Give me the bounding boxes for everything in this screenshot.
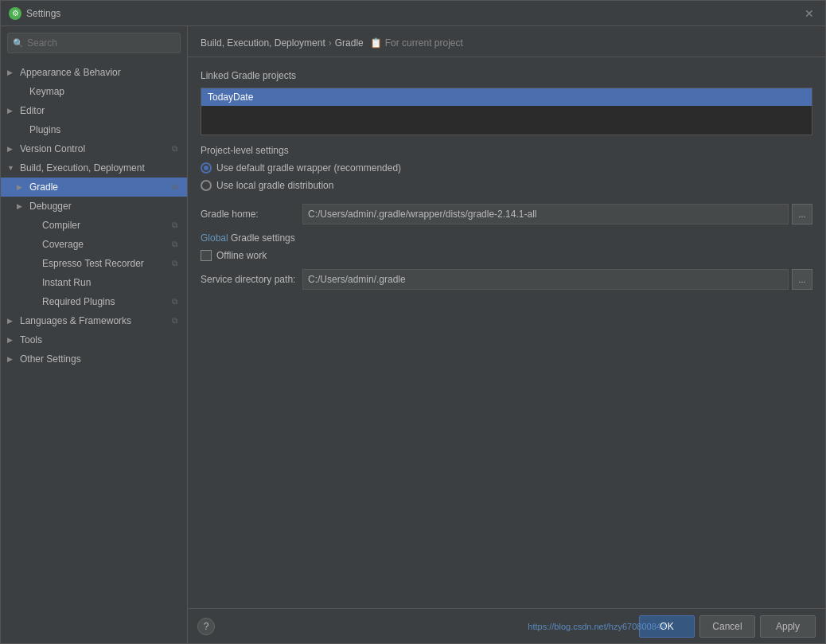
sidebar-item-label: Debugger [29,201,181,212]
sidebar-item-label: Build, Execution, Deployment [20,162,181,174]
sidebar-item-gradle[interactable]: ▶ Gradle ⧉ [1,178,187,197]
main-content: Build, Execution, Deployment › Gradle 📋 … [188,26,825,643]
global-section-title: Global Gradle settings [201,232,812,244]
close-button[interactable]: ✕ [801,6,817,21]
sidebar-item-label: Editor [20,105,181,116]
sidebar-item-instant-run[interactable]: Instant Run [1,273,187,292]
apply-button[interactable]: Apply [760,615,816,638]
breadcrumb-part1: Build, Execution, Deployment [201,37,325,49]
sidebar-item-label: Other Settings [20,353,181,365]
sidebar-item-label: Espresso Test Recorder [42,258,168,269]
service-dir-input[interactable] [302,269,789,290]
sidebar-item-editor[interactable]: ▶ Editor [1,101,187,120]
radio-btn-default[interactable] [201,162,212,174]
sidebar-item-label: Plugins [29,124,181,135]
settings-panel: Linked Gradle projects TodayDate Project… [188,57,825,608]
radio-btn-local[interactable] [201,180,212,191]
breadcrumb-note: 📋 For current project [370,37,463,49]
arrow-icon: ▶ [7,317,20,325]
main-layout: 🔍 ▶ Appearance & Behavior Keymap ▶ Edito… [1,26,825,643]
radio-item-local[interactable]: Use local gradle distribution [201,180,812,191]
project-level-settings: Project-level settings Use default gradl… [201,145,812,191]
sidebar-item-label: Version Control [20,143,168,154]
breadcrumb-separator: › [329,37,332,49]
search-input[interactable] [27,37,175,49]
copy-icon: ⧉ [168,314,181,327]
sidebar-item-plugins[interactable]: Plugins [1,120,187,139]
sidebar-item-espresso[interactable]: Espresso Test Recorder ⧉ [1,254,187,273]
sidebar-item-compiler[interactable]: Compiler ⧉ [1,216,187,235]
sidebar-item-label: Appearance & Behavior [20,67,181,78]
sidebar-item-label: Compiler [42,220,168,231]
radio-group: Use default gradle wrapper (recommended)… [201,162,812,191]
bottom-bar: ? https://blog.csdn.net/hzy670800844 OK … [188,608,825,643]
sidebar-item-required-plugins[interactable]: Required Plugins ⧉ [1,292,187,311]
sidebar-item-label: Instant Run [42,277,181,288]
global-section: Global Gradle settings Offline work Serv… [201,232,812,290]
sidebar-item-version-control[interactable]: ▶ Version Control ⧉ [1,139,187,158]
window-title: Settings [26,8,801,19]
arrow-icon: ▶ [7,355,20,363]
global-rest: Gradle settings [228,232,295,244]
linked-project-item[interactable]: TodayDate [201,88,812,106]
gradle-home-browse-btn[interactable]: ... [792,204,812,224]
service-dir-row: Service directory path: ... [201,269,812,290]
cancel-button[interactable]: Cancel [699,615,755,638]
service-dir-input-wrap: ... [302,269,812,290]
gradle-home-label: Gradle home: [201,209,296,220]
sidebar-item-label: Tools [20,334,181,345]
search-box[interactable]: 🔍 [7,33,181,53]
service-dir-label: Service directory path: [201,274,296,285]
offline-work-row[interactable]: Offline work [201,250,812,261]
arrow-icon: ▶ [7,145,20,153]
copy-icon: ⧉ [168,238,181,251]
project-level-title: Project-level settings [201,145,812,156]
offline-work-checkbox[interactable] [201,250,212,261]
arrow-icon: ▶ [17,183,29,191]
sidebar-item-label: Gradle [29,181,168,193]
footer-url: https://blog.csdn.net/hzy670800844 [528,622,666,631]
offline-work-label: Offline work [216,250,267,261]
radio-label-default: Use default gradle wrapper (recommended) [216,162,401,174]
note-icon: 📋 [370,37,382,49]
sidebar-item-label: Required Plugins [42,296,168,307]
arrow-icon: ▶ [7,68,20,76]
settings-window: ⚙ Settings ✕ 🔍 ▶ Appearance & Behavior K… [0,0,826,644]
gradle-home-input-wrap: ... [302,204,812,224]
sidebar-item-label: Coverage [42,239,168,250]
gradle-home-row: Gradle home: ... [201,204,812,224]
copy-icon: ⧉ [168,219,181,232]
sidebar-item-tools[interactable]: ▶ Tools [1,330,187,349]
arrow-icon: ▶ [7,107,20,115]
sidebar-item-debugger[interactable]: ▶ Debugger [1,197,187,216]
copy-icon: ⧉ [168,181,181,193]
arrow-icon: ▼ [7,164,20,172]
breadcrumb-part2: Gradle [335,37,364,49]
sidebar-item-label: Keymap [29,86,181,97]
sidebar-item-languages[interactable]: ▶ Languages & Frameworks ⧉ [1,311,187,330]
copy-icon: ⧉ [168,257,181,270]
copy-icon: ⧉ [168,142,181,155]
nav-tree: ▶ Appearance & Behavior Keymap ▶ Editor … [1,60,187,643]
bottom-left: ? [197,618,215,635]
radio-label-local: Use local gradle distribution [216,180,333,191]
sidebar-item-coverage[interactable]: Coverage ⧉ [1,235,187,254]
arrow-icon: ▶ [17,202,29,210]
radio-item-default[interactable]: Use default gradle wrapper (recommended) [201,162,812,174]
sidebar-item-other-settings[interactable]: ▶ Other Settings [1,349,187,369]
sidebar-item-keymap[interactable]: Keymap [1,82,187,101]
sidebar-item-build-execution[interactable]: ▼ Build, Execution, Deployment [1,158,187,178]
service-dir-browse-btn[interactable]: ... [792,269,812,290]
title-bar: ⚙ Settings ✕ [1,1,825,26]
sidebar-item-label: Languages & Frameworks [20,315,168,326]
sidebar-item-appearance[interactable]: ▶ Appearance & Behavior [1,63,187,82]
search-icon: 🔍 [13,38,24,49]
sidebar: 🔍 ▶ Appearance & Behavior Keymap ▶ Edito… [1,26,188,643]
help-button[interactable]: ? [197,618,215,635]
copy-icon: ⧉ [168,295,181,308]
gradle-home-input[interactable] [302,204,789,224]
linked-projects-list[interactable]: TodayDate [201,88,812,135]
breadcrumb: Build, Execution, Deployment › Gradle 📋 … [188,26,825,57]
global-highlight: Global [201,232,228,244]
breadcrumb-note-text: For current project [385,37,463,49]
